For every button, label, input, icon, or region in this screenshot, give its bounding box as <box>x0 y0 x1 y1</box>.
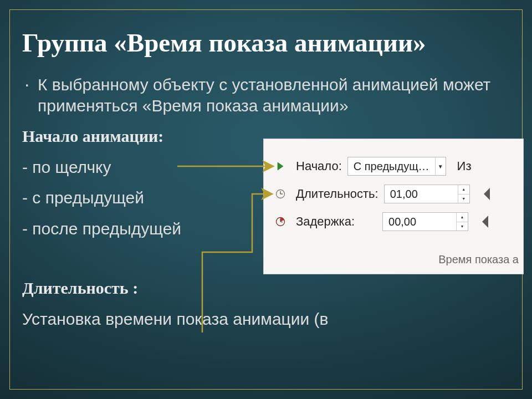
start-label: Начало: <box>296 159 342 173</box>
delay-label: Задержка: <box>296 214 355 229</box>
start-value: С предыдущ… <box>348 160 435 173</box>
start-marker-icon <box>274 162 287 171</box>
cutoff-text: Из <box>457 159 472 173</box>
spinner-buttons[interactable]: ▲▼ <box>458 185 469 203</box>
delay-clock-icon <box>274 217 287 227</box>
svg-marker-4 <box>484 188 490 200</box>
clock-icon <box>274 189 287 199</box>
svg-marker-0 <box>278 162 283 170</box>
row-start: Начало: С предыдущ… ▼ Из <box>274 152 523 180</box>
timing-panel: Начало: С предыдущ… ▼ Из Длительность: <box>263 139 524 274</box>
row-delay: Задержка: 00,00 ▲▼ <box>274 208 523 236</box>
chevron-down-icon[interactable]: ▼ <box>435 157 446 175</box>
slide: Группа «Время показа анимации» К выбранн… <box>0 0 532 399</box>
spinner-buttons[interactable]: ▲▼ <box>456 213 468 231</box>
row-duration: Длительность: 01,00 ▲▼ <box>274 180 523 208</box>
svg-marker-8 <box>482 216 488 228</box>
duration-stepper[interactable]: 01,00 ▲▼ <box>384 185 470 203</box>
panel-caption: Время показа а <box>264 253 523 266</box>
left-arrow-icon <box>481 186 492 202</box>
delay-stepper[interactable]: 00,00 ▲▼ <box>382 212 468 231</box>
duration-text: Установка времени показа анимации (в <box>22 309 510 330</box>
duration-heading: Длительность : <box>22 278 510 299</box>
intro-bullet: К выбранному объекту с установленной ани… <box>22 74 510 116</box>
left-arrow-icon <box>479 214 490 229</box>
start-dropdown[interactable]: С предыдущ… ▼ <box>347 157 446 176</box>
duration-value: 01,00 <box>385 188 458 201</box>
delay-value: 00,00 <box>383 216 456 228</box>
duration-label: Длительность: <box>296 187 378 201</box>
page-title: Группа «Время показа анимации» <box>22 28 510 58</box>
